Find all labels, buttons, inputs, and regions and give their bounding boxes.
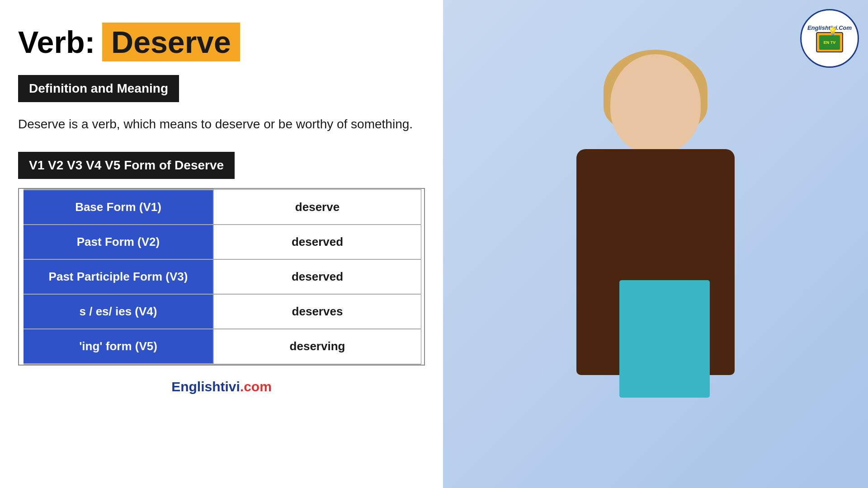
- person-figure: [497, 45, 814, 488]
- table-label-2: Past Participle Form (V3): [24, 259, 213, 294]
- table-value-4: deserving: [213, 329, 421, 364]
- verb-forms-table-wrapper: Base Form (V1)deservePast Form (V2)deser…: [18, 188, 425, 366]
- table-row: s / es/ ies (V4)deserves: [24, 294, 421, 329]
- person-book: [619, 280, 710, 398]
- person-image-area: [443, 0, 868, 488]
- logo-tv-text: EN TV: [824, 40, 836, 45]
- table-row: Base Form (V1)deserve: [24, 190, 421, 225]
- verb-title-container: Verb: Deserve: [18, 23, 425, 61]
- forms-badge: V1 V2 V3 V4 V5 Form of Deserve: [18, 152, 235, 179]
- table-label-1: Past Form (V2): [24, 225, 213, 259]
- table-row: Past Form (V2)deserved: [24, 225, 421, 259]
- left-panel: Verb: Deserve Definition and Meaning Des…: [0, 0, 443, 488]
- verb-forms-table: Base Form (V1)deservePast Form (V2)deser…: [24, 189, 421, 365]
- right-panel: Englishtivi.Com EN TV 💡: [443, 0, 868, 488]
- logo-container: Englishtivi.Com EN TV 💡: [800, 9, 859, 68]
- table-label-4: 'ing' form (V5): [24, 329, 213, 364]
- table-value-2: deserved: [213, 259, 421, 294]
- footer-brand: Englishtivi.com: [18, 379, 425, 394]
- table-value-0: deserve: [213, 190, 421, 225]
- definition-text: Deserve is a verb, which means to deserv…: [18, 115, 425, 134]
- verb-word-highlight: Deserve: [102, 23, 240, 61]
- table-value-1: deserved: [213, 225, 421, 259]
- logo-bulb-icon: 💡: [828, 27, 838, 37]
- logo-tv-screen: EN TV: [819, 35, 840, 50]
- brand-name-dark: Englishtivi: [171, 379, 240, 394]
- table-label-0: Base Form (V1): [24, 190, 213, 225]
- logo-tv: EN TV 💡: [816, 32, 843, 52]
- person-head: [610, 54, 701, 154]
- verb-prefix-label: Verb:: [18, 24, 95, 60]
- table-value-3: deserves: [213, 294, 421, 329]
- table-row: 'ing' form (V5)deserving: [24, 329, 421, 364]
- definition-badge: Definition and Meaning: [18, 75, 179, 102]
- brand-name-red: .com: [240, 379, 272, 394]
- table-label-3: s / es/ ies (V4): [24, 294, 213, 329]
- table-row: Past Participle Form (V3)deserved: [24, 259, 421, 294]
- logo-inner: Englishtivi.Com EN TV 💡: [807, 24, 852, 52]
